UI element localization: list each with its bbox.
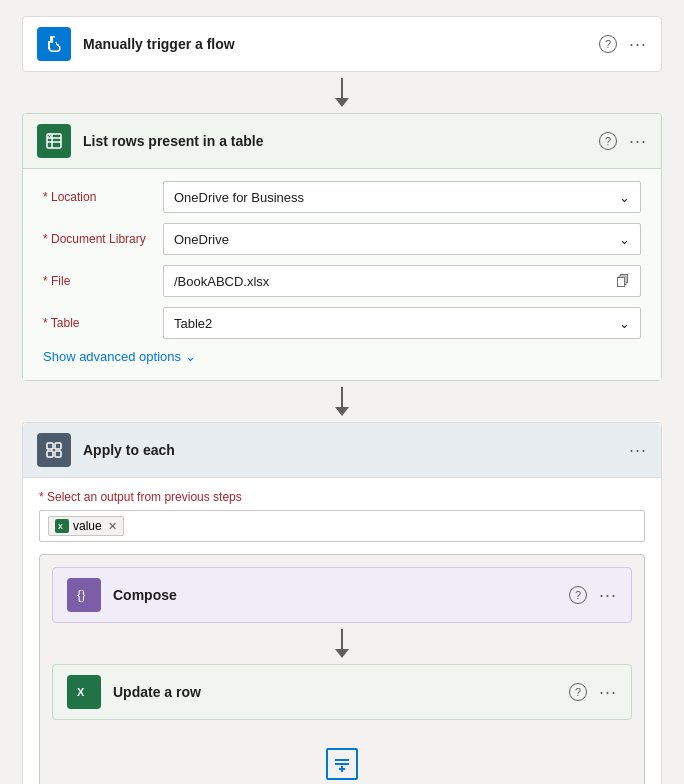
location-chevron: ⌄ xyxy=(619,190,630,205)
trigger-title: Manually trigger a flow xyxy=(83,36,599,52)
svg-text:X: X xyxy=(58,523,63,530)
add-action-button[interactable]: Add an action xyxy=(286,740,398,784)
location-row: Location OneDrive for Business ⌄ xyxy=(43,181,641,213)
update-row-more-icon[interactable]: ··· xyxy=(599,682,617,703)
file-label: File xyxy=(43,274,163,288)
svg-text:X: X xyxy=(77,686,85,698)
svg-rect-6 xyxy=(55,443,61,449)
arrow-2 xyxy=(335,381,349,422)
value-tag-excel-icon: X xyxy=(55,519,69,533)
show-advanced-chevron: ⌄ xyxy=(185,349,196,364)
compose-title: Compose xyxy=(113,587,569,603)
file-row: File /BookABCD.xlsx 🗍 xyxy=(43,265,641,297)
table-label: Table xyxy=(43,316,163,330)
value-tag: X value ✕ xyxy=(48,516,124,536)
doc-library-chevron: ⌄ xyxy=(619,232,630,247)
select-output-label: Select an output from previous steps xyxy=(39,490,645,504)
update-row-title: Update a row xyxy=(113,684,569,700)
compose-more-icon[interactable]: ··· xyxy=(599,585,617,606)
trigger-card: Manually trigger a flow ? ··· xyxy=(22,16,662,72)
location-label: Location xyxy=(43,190,163,204)
doc-library-value: OneDrive xyxy=(174,232,229,247)
file-value: /BookABCD.xlsx xyxy=(174,274,269,289)
list-rows-help-icon[interactable]: ? xyxy=(599,132,617,150)
update-row-help-icon[interactable]: ? xyxy=(569,683,587,701)
apply-each-more-icon[interactable]: ··· xyxy=(629,440,647,461)
compose-icon: {} xyxy=(67,578,101,612)
doc-library-dropdown[interactable]: OneDrive ⌄ xyxy=(163,223,641,255)
trigger-help-icon[interactable]: ? xyxy=(599,35,617,53)
compose-help-icon[interactable]: ? xyxy=(569,586,587,604)
update-row-icon: X xyxy=(67,675,101,709)
doc-library-row: Document Library OneDrive ⌄ xyxy=(43,223,641,255)
apply-each-title: Apply to each xyxy=(83,442,629,458)
trigger-icon xyxy=(37,27,71,61)
list-rows-more-icon[interactable]: ··· xyxy=(629,131,647,152)
show-advanced-btn[interactable]: Show advanced options ⌄ xyxy=(43,349,196,364)
doc-library-label: Document Library xyxy=(43,232,163,246)
file-input[interactable]: /BookABCD.xlsx 🗍 xyxy=(163,265,641,297)
arrow-1 xyxy=(335,72,349,113)
list-rows-title: List rows present in a table xyxy=(83,133,599,149)
show-advanced-label: Show advanced options xyxy=(43,349,181,364)
select-output-input[interactable]: X value ✕ xyxy=(39,510,645,542)
apply-each-icon xyxy=(37,433,71,467)
table-value: Table2 xyxy=(174,316,212,331)
svg-rect-8 xyxy=(55,451,61,457)
apply-each-card: Apply to each ··· Select an output from … xyxy=(22,422,662,784)
list-rows-card: X List rows present in a table ? ··· Loc… xyxy=(22,113,662,381)
table-row: Table Table2 ⌄ xyxy=(43,307,641,339)
svg-rect-5 xyxy=(47,443,53,449)
svg-text:{}: {} xyxy=(77,587,86,602)
location-dropdown[interactable]: OneDrive for Business ⌄ xyxy=(163,181,641,213)
tag-close-btn[interactable]: ✕ xyxy=(108,520,117,533)
arrow-3 xyxy=(335,623,349,664)
svg-rect-7 xyxy=(47,451,53,457)
table-chevron: ⌄ xyxy=(619,316,630,331)
list-rows-icon: X xyxy=(37,124,71,158)
compose-card: {} Compose ? ··· xyxy=(52,567,632,623)
update-row-card: X Update a row ? ··· xyxy=(52,664,632,720)
trigger-more-icon[interactable]: ··· xyxy=(629,34,647,55)
location-value: OneDrive for Business xyxy=(174,190,304,205)
table-dropdown[interactable]: Table2 ⌄ xyxy=(163,307,641,339)
file-picker-icon: 🗍 xyxy=(616,273,630,289)
add-action-icon xyxy=(326,748,358,780)
tag-label: value xyxy=(73,519,102,533)
